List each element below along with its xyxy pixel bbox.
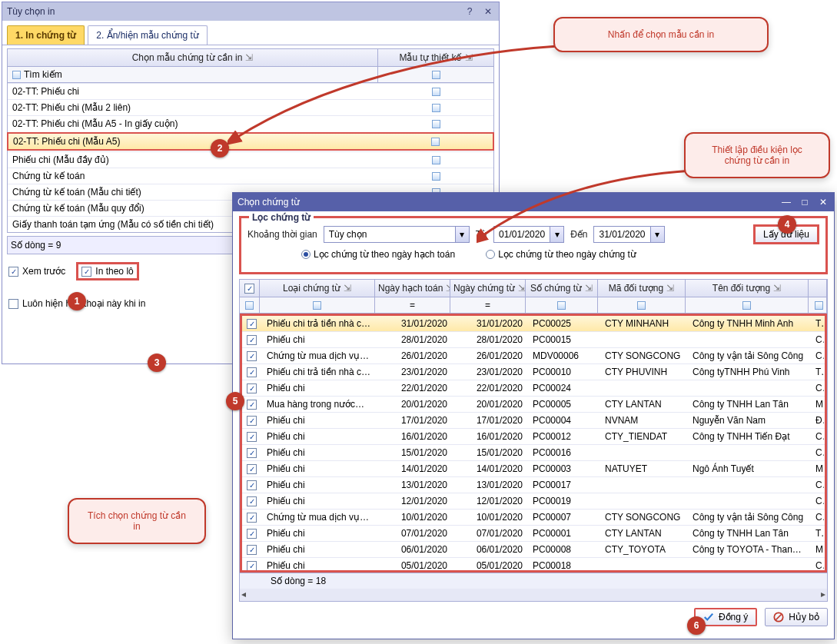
- row-check[interactable]: [247, 432, 257, 442]
- checkbox-batch[interactable]: ✓In theo lô: [81, 266, 133, 277]
- row-check[interactable]: [247, 448, 257, 458]
- table-row[interactable]: Phiếu chi17/01/202017/01/2020 PC00004NVN…: [242, 413, 825, 429]
- max-icon[interactable]: □: [799, 196, 811, 208]
- search-hint: Tìm kiếm: [24, 69, 62, 80]
- row-check[interactable]: [247, 513, 257, 523]
- scrollbar-horizontal[interactable]: ◂▸: [240, 589, 827, 601]
- row-check[interactable]: [247, 416, 257, 426]
- custom-check[interactable]: [432, 172, 440, 181]
- grid-sum: Số dòng = 18: [240, 573, 827, 589]
- to-date[interactable]: 31/01/2020▾: [593, 226, 664, 243]
- chevron-down-icon[interactable]: ▾: [455, 227, 469, 242]
- table-row[interactable]: Phiếu chi22/01/202022/01/2020 PC00024Chi…: [242, 380, 825, 397]
- callout-check-rows: Tích chọn chứng từ cần in: [68, 498, 206, 544]
- fieldset-legend: Lọc chứng từ: [249, 212, 314, 223]
- row-check[interactable]: [247, 529, 257, 539]
- grid-filter-row: ==: [240, 297, 827, 314]
- table-row[interactable]: Phiếu chi15/01/202015/01/2020 PC00016Chi…: [242, 445, 825, 461]
- pin-icon[interactable]: ⇲: [245, 52, 253, 63]
- row-check[interactable]: [247, 464, 257, 474]
- custom-check[interactable]: [432, 104, 440, 112]
- table-row[interactable]: Phiếu chi07/01/202007/01/2020 PC00001CTY…: [242, 526, 825, 542]
- tab-toggle-templates[interactable]: 2. Ẩn/hiện mẫu chứng từ: [88, 25, 207, 45]
- close-icon[interactable]: ✕: [817, 196, 829, 208]
- radio-voucher-date[interactable]: Lọc chứng từ theo ngày chứng từ: [486, 249, 636, 260]
- filter-toggle-icon[interactable]: [12, 71, 21, 79]
- filter-fieldset: Lọc chứng từ Khoảng thời gian Tùy chọn▾ …: [239, 216, 828, 274]
- custom-check[interactable]: [432, 156, 440, 164]
- row-check[interactable]: [247, 496, 257, 506]
- custom-check[interactable]: [431, 138, 440, 146]
- table-row[interactable]: Phiếu chi trả tiền nhà c…31/01/202031/01…: [242, 316, 825, 332]
- callout-text: Thiết lập điều kiện lọc chứng từ cần in: [712, 144, 802, 166]
- callout-choose-template: Nhấn để chọn mẫu cần in: [553, 17, 769, 52]
- filter-toggle-icon[interactable]: [245, 301, 254, 310]
- row-check[interactable]: [247, 545, 257, 555]
- svg-line-3: [776, 615, 782, 620]
- cancel-button[interactable]: Hủy bỏ: [765, 608, 828, 626]
- checkall-icon[interactable]: [244, 284, 254, 294]
- table-row[interactable]: Chứng từ mua dịch vụ…10/01/202010/01/202…: [242, 510, 825, 526]
- table-row[interactable]: Phiếu chi13/01/202013/01/2020 PC00017Chi…: [242, 477, 825, 493]
- table-row[interactable]: Phiếu chi28/01/202028/01/2020 PC00015Chi…: [242, 332, 825, 348]
- table-row[interactable]: Chứng từ mua dịch vụ…26/01/202026/01/202…: [242, 348, 825, 364]
- template-filter-row: Tìm kiếm: [7, 67, 494, 83]
- callout-filter: Thiết lập điều kiện lọc chứng từ cần in: [684, 132, 830, 178]
- grid-header: Loại chứng từ⇲ Ngày hạch toán⇲ Ngày chứn…: [240, 280, 827, 297]
- radio-post-date[interactable]: Lọc chứng từ theo ngày hạch toán: [301, 249, 455, 260]
- checkbox-preview[interactable]: ✓Xem trước: [8, 266, 65, 277]
- lbl-range: Khoảng thời gian: [247, 229, 317, 240]
- badge-6: 6: [687, 616, 706, 635]
- template-row[interactable]: Phiếu chi (Mẫu đầy đủ): [8, 151, 493, 168]
- tab-print[interactable]: 1. In chứng từ: [7, 25, 85, 45]
- template-row[interactable]: 02-TT: Phiếu chi (Mẫu 2 liên): [8, 99, 493, 115]
- dlg2-title: Chọn chứng từ: [237, 197, 300, 207]
- template-row[interactable]: 02-TT: Phiếu chi (Mẫu A5): [7, 132, 494, 151]
- custom-check[interactable]: [432, 88, 440, 96]
- table-row[interactable]: Mua hàng trong nước…20/01/202020/01/2020…: [242, 397, 825, 413]
- dlg1-title: Tùy chọn in: [7, 6, 55, 17]
- template-table-header: Chọn mẫu chứng từ cần in⇲ Mẫu tự thiết k…: [7, 48, 494, 67]
- row-check[interactable]: [247, 400, 257, 410]
- dlg2-titlebar: Chọn chứng từ — □ ✕: [233, 193, 834, 211]
- badge-2: 2: [211, 139, 229, 158]
- lbl-to: Đến: [570, 229, 587, 240]
- template-row[interactable]: Chứng từ kế toán: [8, 168, 493, 184]
- badge-4: 4: [778, 215, 796, 234]
- chevron-down-icon[interactable]: ▾: [650, 227, 664, 242]
- close-icon[interactable]: ✕: [482, 5, 494, 18]
- check-icon: [703, 612, 714, 622]
- choose-vouchers-dialog: Chọn chứng từ — □ ✕ Lọc chứng từ Khoảng …: [232, 192, 835, 639]
- table-row[interactable]: Phiếu chi06/01/202006/01/2020 PC00008CTY…: [242, 542, 825, 558]
- col-template: Chọn mẫu chứng từ cần in⇲: [8, 49, 378, 66]
- row-check[interactable]: [247, 480, 257, 490]
- min-icon[interactable]: —: [780, 196, 792, 208]
- template-row[interactable]: 02-TT: Phiếu chi: [8, 83, 493, 99]
- cancel-icon: [773, 612, 784, 622]
- from-date[interactable]: 01/01/2020▾: [493, 226, 564, 243]
- badge-5: 5: [226, 392, 244, 410]
- row-check[interactable]: [247, 367, 257, 377]
- row-check[interactable]: [247, 335, 257, 345]
- table-row[interactable]: Phiếu chi05/01/202005/01/2020 PC00018Chi…: [242, 558, 825, 573]
- table-row[interactable]: Phiếu chi14/01/202014/01/2020 PC00003NAT…: [242, 461, 825, 477]
- row-check[interactable]: [247, 383, 257, 393]
- row-check[interactable]: [247, 351, 257, 361]
- row-check[interactable]: [247, 561, 257, 571]
- table-row[interactable]: Phiếu chi16/01/202016/01/2020 PC00012CTY…: [242, 429, 825, 445]
- row-check[interactable]: [247, 319, 257, 329]
- table-row[interactable]: Phiếu chi trả tiền nhà c…23/01/202023/01…: [242, 364, 825, 380]
- custom-check[interactable]: [432, 120, 440, 128]
- chevron-down-icon[interactable]: ▾: [550, 227, 563, 242]
- template-row[interactable]: 02-TT: Phiếu chi (Mẫu A5 - In giấy cuộn): [8, 115, 493, 131]
- badge-3: 3: [148, 354, 166, 372]
- badge-1: 1: [68, 292, 86, 310]
- range-combo[interactable]: Tùy chọn▾: [324, 226, 470, 243]
- pin-icon[interactable]: ⇲: [465, 52, 473, 63]
- callout-text: Tích chọn chứng từ cần in: [88, 510, 186, 532]
- filter-toggle-icon[interactable]: [432, 71, 440, 79]
- help-icon[interactable]: ?: [463, 5, 476, 18]
- col-custom: Mẫu tự thiết kế⇲: [378, 49, 493, 66]
- table-row[interactable]: Phiếu chi12/01/202012/01/2020 PC00019Chi…: [242, 493, 825, 510]
- grid-body[interactable]: Phiếu chi trả tiền nhà c…31/01/202031/01…: [240, 314, 827, 573]
